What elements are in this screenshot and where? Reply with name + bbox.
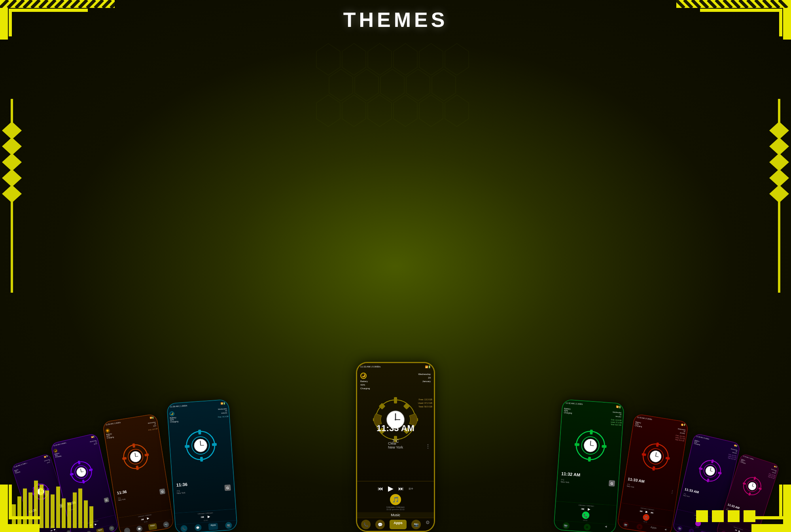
svg-rect-136 (394, 397, 397, 403)
phone-center[interactable]: 11:33 AM | 0.0KB/s 📶🔋 🌙 Battery 43% Char… (356, 362, 435, 532)
svg-rect-113 (89, 468, 93, 471)
svg-rect-119 (132, 443, 135, 448)
svg-line-156 (590, 445, 593, 446)
svg-rect-76 (34, 481, 38, 528)
svg-line-133 (200, 441, 201, 445)
right-arrow-decoration (769, 99, 789, 297)
svg-rect-93 (751, 516, 783, 519)
svg-rect-35 (9, 9, 12, 36)
svg-rect-129 (200, 457, 203, 462)
phone-left-4[interactable]: 11:36 AM | 1.9KB/s 📶🔋 🌙 Battery 42% Char… (167, 399, 238, 532)
svg-rect-170 (698, 467, 702, 470)
svg-rect-121 (122, 457, 127, 460)
svg-rect-160 (652, 466, 655, 471)
svg-rect-79 (51, 494, 55, 528)
corner-tl-decoration (0, 0, 127, 47)
svg-line-155 (590, 441, 590, 445)
svg-rect-151 (588, 457, 591, 462)
svg-rect-72 (12, 504, 16, 528)
page-title: THEMES (343, 8, 448, 32)
svg-rect-82 (67, 502, 71, 528)
svg-rect-150 (590, 430, 593, 434)
svg-rect-122 (144, 453, 149, 456)
svg-rect-140 (379, 403, 386, 410)
phone-right-4[interactable]: 11:32 AM | 2.1KB/s 📶🔋 Battery 43% Chargi… (553, 399, 624, 532)
svg-rect-161 (642, 453, 646, 456)
phones-container: 11:36 AM | 5.7KB/s ↓ 📶🔋 Battery 42% Char… (0, 32, 791, 532)
center-apps-button[interactable]: Apps (390, 520, 407, 529)
svg-rect-80 (56, 487, 60, 528)
svg-rect-110 (78, 460, 80, 464)
svg-rect-81 (62, 498, 66, 528)
eq-bars (12, 473, 99, 528)
svg-rect-128 (198, 430, 201, 434)
svg-rect-92 (783, 485, 791, 532)
svg-rect-159 (656, 443, 659, 447)
svg-rect-131 (212, 443, 216, 446)
svg-rect-54 (700, 9, 779, 12)
svg-rect-130 (185, 445, 189, 448)
svg-rect-36 (9, 9, 88, 12)
left-arrow-decoration (2, 99, 22, 297)
svg-rect-75 (28, 492, 32, 528)
svg-rect-83 (73, 492, 77, 528)
svg-rect-84 (78, 488, 82, 528)
svg-rect-169 (706, 478, 709, 482)
svg-rect-69 (0, 485, 8, 532)
svg-rect-162 (665, 457, 670, 460)
svg-rect-143 (403, 403, 410, 410)
svg-rect-78 (45, 490, 49, 528)
svg-rect-94 (779, 485, 782, 516)
svg-rect-153 (602, 445, 606, 448)
svg-rect-86 (89, 506, 93, 528)
svg-rect-152 (574, 443, 579, 446)
svg-rect-85 (84, 500, 88, 528)
svg-rect-74 (23, 488, 27, 528)
svg-rect-55 (779, 9, 782, 36)
svg-line-134 (201, 445, 204, 446)
svg-rect-87 (696, 510, 708, 522)
svg-point-147 (395, 419, 396, 420)
svg-rect-120 (136, 466, 139, 470)
corner-br-decoration (712, 453, 791, 532)
svg-rect-71 (9, 485, 12, 516)
svg-rect-73 (17, 496, 21, 528)
corner-tr-decoration (664, 0, 791, 47)
svg-rect-77 (40, 485, 44, 528)
